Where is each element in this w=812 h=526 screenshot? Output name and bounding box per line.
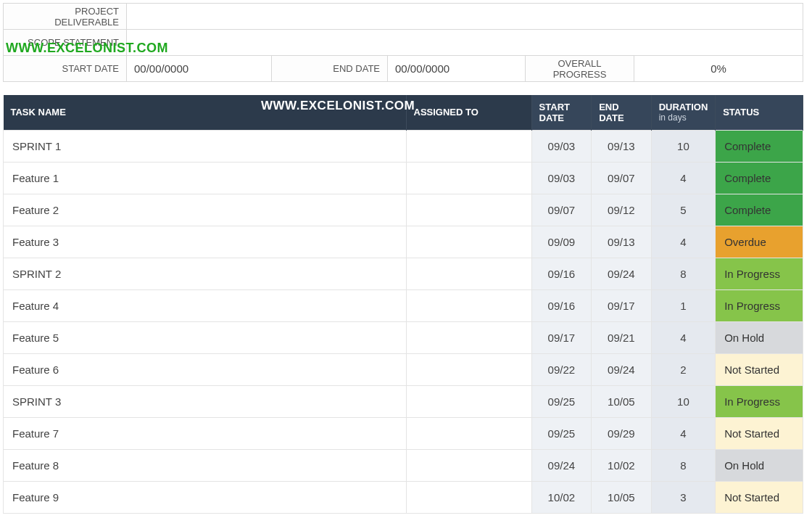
cell-duration[interactable]: 3 <box>651 481 716 513</box>
cell-assigned-to[interactable] <box>406 481 531 513</box>
cell-assigned-to[interactable] <box>406 449 531 481</box>
cell-task-name[interactable]: Feature 9 <box>4 481 407 513</box>
cell-status[interactable]: Not Started <box>716 417 803 449</box>
cell-duration[interactable]: 10 <box>651 130 716 162</box>
cell-task-name[interactable]: Feature 8 <box>4 449 407 481</box>
cell-start-date[interactable]: 09/09 <box>531 226 592 258</box>
col-task-name: TASK NAME <box>4 95 407 130</box>
cell-duration[interactable]: 2 <box>651 353 716 385</box>
cell-task-name[interactable]: SPRINT 3 <box>4 385 407 417</box>
cell-status[interactable]: Not Started <box>716 353 803 385</box>
cell-status[interactable]: Complete <box>716 130 803 162</box>
table-row[interactable]: SPRINT 109/0309/1310Complete <box>4 130 803 162</box>
cell-status[interactable]: Not Started <box>716 481 803 513</box>
cell-start-date[interactable]: 09/07 <box>531 194 592 226</box>
value-deliverable[interactable] <box>127 4 803 30</box>
cell-status[interactable]: In Progress <box>716 385 803 417</box>
cell-status[interactable]: Overdue <box>716 226 803 258</box>
table-row[interactable]: Feature 709/2509/294Not Started <box>4 417 803 449</box>
table-row[interactable]: Feature 409/1609/171In Progress <box>4 289 803 321</box>
cell-start-date[interactable]: 09/16 <box>531 258 592 289</box>
cell-start-date[interactable]: 09/22 <box>531 353 592 385</box>
cell-end-date[interactable]: 09/07 <box>592 162 652 194</box>
cell-assigned-to[interactable] <box>406 417 531 449</box>
cell-duration[interactable]: 8 <box>651 449 716 481</box>
cell-end-date[interactable]: 09/21 <box>592 321 652 353</box>
value-scope[interactable] <box>127 30 803 56</box>
label-start-date: START DATE <box>4 56 127 82</box>
cell-assigned-to[interactable] <box>406 321 531 353</box>
cell-duration[interactable]: 1 <box>651 289 716 321</box>
col-duration-title: DURATION <box>659 102 708 112</box>
table-header-row: TASK NAME ASSIGNED TO START DATE END DAT… <box>4 95 803 130</box>
cell-start-date[interactable]: 09/17 <box>531 321 592 353</box>
cell-status[interactable]: Complete <box>716 162 803 194</box>
task-table: TASK NAME ASSIGNED TO START DATE END DAT… <box>3 95 803 514</box>
cell-end-date[interactable]: 09/29 <box>592 417 652 449</box>
table-row[interactable]: Feature 109/0309/074Complete <box>4 162 803 194</box>
cell-task-name[interactable]: Feature 5 <box>4 321 407 353</box>
cell-duration[interactable]: 4 <box>651 417 716 449</box>
cell-end-date[interactable]: 10/05 <box>592 481 652 513</box>
label-scope: SCOPE STATEMENT <box>4 30 127 56</box>
cell-assigned-to[interactable] <box>406 258 531 289</box>
cell-duration[interactable]: 5 <box>651 194 716 226</box>
cell-end-date[interactable]: 09/24 <box>592 258 652 289</box>
cell-end-date[interactable]: 09/13 <box>592 130 652 162</box>
cell-end-date[interactable]: 09/24 <box>592 353 652 385</box>
cell-duration[interactable]: 4 <box>651 162 716 194</box>
cell-duration[interactable]: 10 <box>651 385 716 417</box>
cell-assigned-to[interactable] <box>406 353 531 385</box>
cell-task-name[interactable]: Feature 6 <box>4 353 407 385</box>
cell-task-name[interactable]: Feature 7 <box>4 417 407 449</box>
cell-assigned-to[interactable] <box>406 385 531 417</box>
table-row[interactable]: Feature 309/0909/134Overdue <box>4 226 803 258</box>
cell-start-date[interactable]: 09/24 <box>531 449 592 481</box>
value-start-date[interactable]: 00/00/0000 <box>127 56 272 82</box>
label-end-date: END DATE <box>272 56 388 82</box>
cell-start-date[interactable]: 09/25 <box>531 417 592 449</box>
cell-status[interactable]: In Progress <box>716 289 803 321</box>
col-duration: DURATION in days <box>651 95 716 130</box>
cell-status[interactable]: On Hold <box>716 449 803 481</box>
cell-start-date[interactable]: 09/03 <box>531 130 592 162</box>
table-row[interactable]: Feature 809/2410/028On Hold <box>4 449 803 481</box>
table-row[interactable]: Feature 509/1709/214On Hold <box>4 321 803 353</box>
label-deliverable: PROJECT DELIVERABLE <box>4 4 127 30</box>
value-end-date[interactable]: 00/00/0000 <box>388 56 526 82</box>
cell-end-date[interactable]: 10/02 <box>592 449 652 481</box>
cell-assigned-to[interactable] <box>406 130 531 162</box>
cell-end-date[interactable]: 09/17 <box>592 289 652 321</box>
cell-status[interactable]: In Progress <box>716 258 803 289</box>
cell-assigned-to[interactable] <box>406 289 531 321</box>
cell-end-date[interactable]: 10/05 <box>592 385 652 417</box>
cell-assigned-to[interactable] <box>406 162 531 194</box>
table-row[interactable]: SPRINT 209/1609/248In Progress <box>4 258 803 289</box>
cell-end-date[interactable]: 09/12 <box>592 194 652 226</box>
table-row[interactable]: Feature 910/0210/053Not Started <box>4 481 803 513</box>
table-row[interactable]: Feature 609/2209/242Not Started <box>4 353 803 385</box>
cell-task-name[interactable]: Feature 4 <box>4 289 407 321</box>
cell-task-name[interactable]: SPRINT 1 <box>4 130 407 162</box>
cell-end-date[interactable]: 09/13 <box>592 226 652 258</box>
col-start-date: START DATE <box>531 95 592 130</box>
label-overall-progress: OVERALL PROGRESS <box>526 56 634 82</box>
cell-duration[interactable]: 4 <box>651 226 716 258</box>
cell-status[interactable]: On Hold <box>716 321 803 353</box>
cell-duration[interactable]: 4 <box>651 321 716 353</box>
table-row[interactable]: SPRINT 309/2510/0510In Progress <box>4 385 803 417</box>
cell-start-date[interactable]: 10/02 <box>531 481 592 513</box>
cell-duration[interactable]: 8 <box>651 258 716 289</box>
cell-start-date[interactable]: 09/03 <box>531 162 592 194</box>
cell-assigned-to[interactable] <box>406 194 531 226</box>
cell-task-name[interactable]: Feature 3 <box>4 226 407 258</box>
cell-status[interactable]: Complete <box>716 194 803 226</box>
cell-start-date[interactable]: 09/25 <box>531 385 592 417</box>
table-row[interactable]: Feature 209/0709/125Complete <box>4 194 803 226</box>
cell-task-name[interactable]: Feature 2 <box>4 194 407 226</box>
cell-assigned-to[interactable] <box>406 226 531 258</box>
cell-task-name[interactable]: Feature 1 <box>4 162 407 194</box>
col-duration-sub: in days <box>659 112 708 123</box>
cell-start-date[interactable]: 09/16 <box>531 289 592 321</box>
cell-task-name[interactable]: SPRINT 2 <box>4 258 407 289</box>
